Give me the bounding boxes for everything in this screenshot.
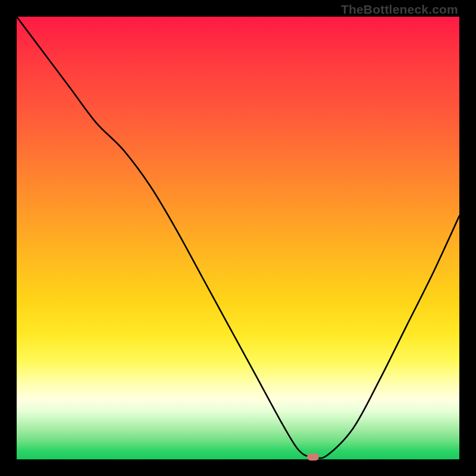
bottleneck-curve [17,17,459,459]
chart-frame: TheBottleneck.com [0,0,476,476]
optimal-marker [307,453,319,461]
watermark-text: TheBottleneck.com [341,2,458,17]
plot-area [17,17,459,459]
